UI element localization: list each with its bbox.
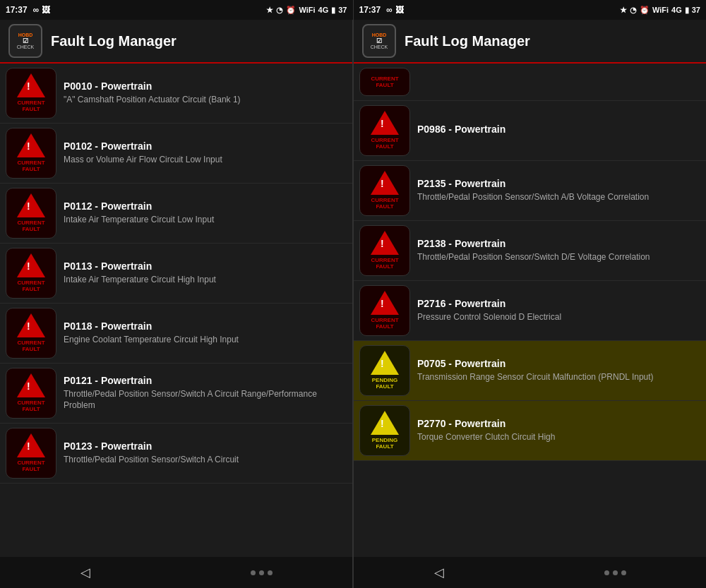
right-bottom-nav: ◁ xyxy=(354,557,706,588)
right-warning-triangle-1 xyxy=(371,111,399,135)
left-app-header: HOBD ☑ CHECK Fault Log Manager xyxy=(0,20,352,64)
right-fault-item-6[interactable]: PENDINGFAULT P2770 - Powertrain Torque C… xyxy=(354,401,706,461)
right-badge-5: PENDINGFAULT xyxy=(359,345,410,396)
left-fault-list[interactable]: CURRENTFAULT P0010 - Powertrain "A" Cams… xyxy=(0,64,352,557)
logo-mid-left: ☑ xyxy=(23,37,28,44)
left-fault-desc-1: Mass or Volume Air Flow Circuit Low Inpu… xyxy=(64,155,347,166)
infinity-icon: ∞ xyxy=(33,5,40,15)
left-panel: HOBD ☑ CHECK Fault Log Manager CURRENTFA… xyxy=(0,20,352,588)
left-badge-3: CURRENTFAULT xyxy=(6,248,56,299)
bluetooth-icon-r: ★ xyxy=(620,6,627,15)
right-fault-info-5: P0705 - Powertrain Transmission Range Se… xyxy=(417,358,700,383)
left-status-icons: ∞ 🖼 xyxy=(33,5,51,15)
left-fault-item-6[interactable]: CURRENTFAULT P0123 - Powertrain Throttle… xyxy=(0,424,352,484)
right-badge-label-5: PENDINGFAULT xyxy=(372,378,397,390)
left-nav-dots xyxy=(251,570,273,575)
right-warning-triangle-6 xyxy=(371,411,399,435)
right-fault-info-1: P0986 - Powertrain xyxy=(417,124,700,138)
battery-icon-r: ▮ xyxy=(685,6,689,15)
right-badge-6: PENDINGFAULT xyxy=(359,405,410,456)
left-battery-pct: 37 xyxy=(338,6,347,14)
right-badge-label-2: CURRENTFAULT xyxy=(371,198,398,210)
right-fault-code-2: P2135 - Powertrain xyxy=(417,178,700,189)
warning-triangle-2 xyxy=(17,193,45,217)
left-fault-info-1: P0102 - Powertrain Mass or Volume Air Fl… xyxy=(64,140,347,166)
right-fault-item-4[interactable]: CURRENTFAULT P2716 - Powertrain Pressure… xyxy=(354,281,706,341)
right-fault-info-3: P2138 - Powertrain Throttle/Pedal Positi… xyxy=(417,238,700,263)
left-fault-desc-2: Intake Air Temperature Circuit Low Input xyxy=(64,215,347,226)
right-warning-triangle-3 xyxy=(371,231,399,255)
right-fault-info-6: P2770 - Powertrain Torque Converter Clut… xyxy=(417,418,700,443)
right-status-icons: ∞ 🖼 xyxy=(386,5,404,15)
left-bottom-nav: ◁ xyxy=(0,557,352,588)
left-fault-item-0[interactable]: CURRENTFAULT P0010 - Powertrain "A" Cams… xyxy=(0,64,352,124)
left-fault-desc-5: Throttle/Pedal Position Sensor/Switch A … xyxy=(64,389,347,411)
left-back-icon[interactable]: ◁ xyxy=(80,565,90,580)
right-fault-item-0[interactable]: CURRENTFAULT xyxy=(354,64,706,101)
left-fault-item-2[interactable]: CURRENTFAULT P0112 - Powertrain Intake A… xyxy=(0,184,352,244)
left-fault-item-1[interactable]: CURRENTFAULT P0102 - Powertrain Mass or … xyxy=(0,124,352,184)
logo-top-left: HOBD xyxy=(18,32,33,37)
logo-top-right: HOBD xyxy=(372,32,387,37)
right-fault-item-3[interactable]: CURRENTFAULT P2138 - Powertrain Throttle… xyxy=(354,221,706,281)
logo-bot-right: CHECK xyxy=(371,44,388,49)
right-right-icons: ★ ◔ ⏰ WiFi 4G ▮ 37 xyxy=(620,6,700,15)
warning-triangle-3 xyxy=(17,253,45,277)
right-badge-4: CURRENTFAULT xyxy=(359,285,410,336)
main-content: HOBD ☑ CHECK Fault Log Manager CURRENTFA… xyxy=(0,20,706,588)
right-dot-3 xyxy=(621,570,626,575)
right-warning-triangle-2 xyxy=(371,171,399,195)
left-app-logo: HOBD ☑ CHECK xyxy=(8,24,42,58)
wifi-icon-r: WiFi xyxy=(652,6,669,14)
right-time: 17:37 xyxy=(359,5,381,15)
left-fault-item-4[interactable]: CURRENTFAULT P0118 - Powertrain Engine C… xyxy=(0,304,352,364)
right-badge-0: CURRENTFAULT xyxy=(359,68,410,96)
clock-icon-r: ◔ xyxy=(630,6,637,15)
right-fault-item-1[interactable]: CURRENTFAULT P0986 - Powertrain xyxy=(354,101,706,161)
right-badge-label-1: CURRENTFAULT xyxy=(371,138,398,150)
left-dot-1 xyxy=(251,570,256,575)
left-right-icons: ★ ◔ ⏰ WiFi 4G ▮ 37 xyxy=(266,6,347,15)
left-badge-6: CURRENTFAULT xyxy=(6,428,56,479)
left-dot-2 xyxy=(259,570,264,575)
right-panel: HOBD ☑ CHECK Fault Log Manager CURRENTFA… xyxy=(354,20,706,588)
right-battery-pct: 37 xyxy=(692,6,700,14)
left-nav-panel: ◁ xyxy=(0,557,352,588)
left-fault-item-3[interactable]: CURRENTFAULT P0113 - Powertrain Intake A… xyxy=(0,244,352,304)
warning-triangle-6 xyxy=(17,433,45,457)
right-fault-info-4: P2716 - Powertrain Pressure Control Sole… xyxy=(417,298,700,323)
left-badge-2: CURRENTFAULT xyxy=(6,188,56,239)
badge-label-6: CURRENTFAULT xyxy=(17,460,44,473)
left-fault-code-6: P0123 - Powertrain xyxy=(64,440,347,452)
left-fault-info-0: P0010 - Powertrain "A" Camshaft Position… xyxy=(64,80,347,106)
right-fault-code-3: P2138 - Powertrain xyxy=(417,238,700,249)
right-fault-code-1: P0986 - Powertrain xyxy=(417,124,700,135)
status-bars: 17:37 ∞ 🖼 ★ ◔ ⏰ WiFi 4G ▮ 37 17:37 ∞ 🖼 ★… xyxy=(0,0,706,20)
left-fault-info-6: P0123 - Powertrain Throttle/Pedal Positi… xyxy=(64,440,347,466)
bluetooth-icon: ★ xyxy=(266,6,273,15)
left-badge-4: CURRENTFAULT xyxy=(6,308,56,359)
right-badge-1: CURRENTFAULT xyxy=(359,105,410,156)
battery-icon: ▮ xyxy=(331,6,335,15)
right-app-title: Fault Log Manager xyxy=(405,33,530,49)
right-fault-item-2[interactable]: CURRENTFAULT P2135 - Powertrain Throttle… xyxy=(354,161,706,221)
left-fault-info-5: P0121 - Powertrain Throttle/Pedal Positi… xyxy=(64,375,347,411)
left-fault-item-5[interactable]: CURRENTFAULT P0121 - Powertrain Throttle… xyxy=(0,364,352,424)
right-badge-3: CURRENTFAULT xyxy=(359,225,410,276)
left-time: 17:37 xyxy=(6,5,28,15)
right-fault-desc-2: Throttle/Pedal Position Sensor/Switch A/… xyxy=(417,192,700,203)
right-app-header: HOBD ☑ CHECK Fault Log Manager xyxy=(354,20,706,64)
right-fault-desc-5: Transmission Range Sensor Circuit Malfun… xyxy=(417,372,700,383)
right-fault-item-5[interactable]: PENDINGFAULT P0705 - Powertrain Transmis… xyxy=(354,341,706,401)
right-badge-label-6: PENDINGFAULT xyxy=(372,438,397,450)
right-fault-code-6: P2770 - Powertrain xyxy=(417,418,700,429)
right-back-icon[interactable]: ◁ xyxy=(434,565,444,580)
warning-triangle-5 xyxy=(17,373,45,397)
right-dot-1 xyxy=(604,570,609,575)
right-badge-2: CURRENTFAULT xyxy=(359,165,410,216)
right-fault-list[interactable]: CURRENTFAULT CURRENTFAULT P0986 - Powert… xyxy=(354,64,706,557)
wifi-icon: WiFi xyxy=(299,6,315,14)
clock-icon: ◔ xyxy=(276,6,283,15)
right-badge-label-4: CURRENTFAULT xyxy=(371,318,398,330)
left-dot-3 xyxy=(268,570,273,575)
